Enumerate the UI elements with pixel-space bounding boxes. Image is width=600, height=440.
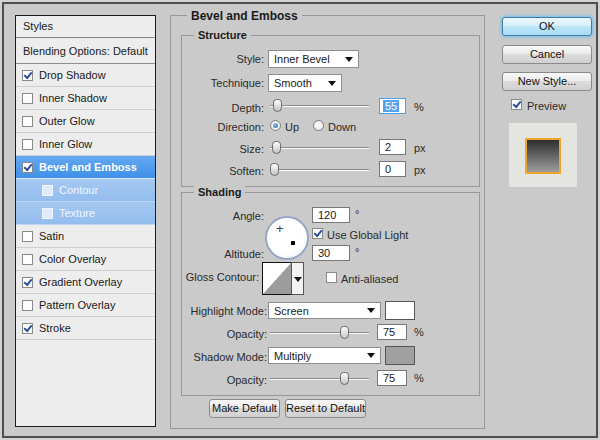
sidebar-item-stroke[interactable]: Stroke bbox=[16, 317, 155, 340]
texture-checkbox[interactable] bbox=[42, 208, 53, 219]
preview-label[interactable]: Preview bbox=[527, 100, 566, 112]
color-overlay-checkbox[interactable] bbox=[22, 254, 33, 265]
sidebar-item-label: Drop Shadow bbox=[39, 69, 106, 81]
sidebar-item-label: Contour bbox=[59, 184, 98, 196]
highlight-opacity-thumb[interactable] bbox=[340, 326, 349, 339]
shadow-opacity-track[interactable] bbox=[270, 378, 369, 379]
angle-dial[interactable]: + bbox=[265, 216, 309, 260]
depth-slider-track[interactable] bbox=[270, 105, 369, 106]
altitude-unit: ° bbox=[355, 246, 359, 258]
depth-slider[interactable] bbox=[270, 99, 369, 112]
screenshot-frame: Styles Blending Options: Default Drop Sh… bbox=[0, 0, 600, 440]
soften-slider-thumb[interactable] bbox=[270, 163, 279, 176]
outer-glow-checkbox[interactable] bbox=[22, 116, 33, 127]
chevron-down-icon bbox=[328, 81, 336, 86]
technique-value: Smooth bbox=[274, 77, 312, 89]
sidebar-item-inner-shadow[interactable]: Inner Shadow bbox=[16, 87, 155, 110]
chevron-down-icon bbox=[367, 308, 375, 313]
sidebar-item-label: Color Overlay bbox=[39, 253, 106, 265]
use-global-light-checkbox[interactable] bbox=[312, 228, 323, 239]
size-slider-thumb[interactable] bbox=[272, 141, 281, 154]
inner-glow-checkbox[interactable] bbox=[22, 139, 33, 150]
shading-legend: Shading bbox=[194, 186, 245, 198]
styles-sidebar: Styles Blending Options: Default Drop Sh… bbox=[15, 15, 156, 427]
gradient-overlay-checkbox[interactable] bbox=[22, 277, 33, 288]
shadow-mode-label: Shadow Mode: bbox=[142, 351, 267, 363]
drop-shadow-checkbox[interactable] bbox=[22, 70, 33, 81]
technique-dropdown[interactable]: Smooth bbox=[268, 74, 342, 92]
altitude-label: Altitude: bbox=[139, 248, 264, 260]
inner-shadow-checkbox[interactable] bbox=[22, 93, 33, 104]
soften-slider[interactable] bbox=[270, 163, 369, 176]
anti-aliased-label[interactable]: Anti-aliased bbox=[341, 273, 398, 285]
sidebar-item-bevel-and-emboss[interactable]: Bevel and Emboss bbox=[16, 156, 155, 179]
direction-up-radio[interactable] bbox=[270, 120, 281, 131]
bevel-and-emboss-checkbox[interactable] bbox=[22, 162, 33, 173]
depth-value: 55 bbox=[383, 100, 399, 112]
size-unit: px bbox=[414, 142, 426, 154]
soften-field[interactable]: 0 bbox=[379, 161, 406, 177]
anti-aliased-checkbox[interactable] bbox=[326, 272, 337, 283]
satin-checkbox[interactable] bbox=[22, 231, 33, 242]
size-slider[interactable] bbox=[270, 141, 369, 154]
highlight-mode-dropdown[interactable]: Screen bbox=[268, 302, 381, 319]
shadow-opacity-field[interactable]: 75 bbox=[377, 370, 407, 386]
gloss-contour-picker[interactable] bbox=[262, 262, 292, 295]
use-global-light-label[interactable]: Use Global Light bbox=[327, 229, 408, 241]
sidebar-item-satin[interactable]: Satin bbox=[16, 225, 155, 248]
soften-slider-track[interactable] bbox=[270, 169, 369, 170]
highlight-opacity-field[interactable]: 75 bbox=[377, 324, 407, 340]
gloss-contour-dropdown-arrow[interactable] bbox=[291, 262, 304, 295]
depth-slider-thumb[interactable] bbox=[273, 99, 282, 112]
preview-checkbox[interactable] bbox=[511, 99, 522, 110]
gloss-contour-label: Gloss Contour: bbox=[134, 271, 259, 283]
pattern-overlay-checkbox[interactable] bbox=[22, 300, 33, 311]
sidebar-item-inner-glow[interactable]: Inner Glow bbox=[16, 133, 155, 156]
direction-down-label[interactable]: Down bbox=[328, 121, 356, 133]
sidebar-item-outer-glow[interactable]: Outer Glow bbox=[16, 110, 155, 133]
depth-label: Depth: bbox=[139, 102, 264, 114]
linear-contour-thumbnail bbox=[263, 263, 291, 294]
make-default-button[interactable]: Make Default bbox=[209, 399, 280, 418]
depth-field[interactable]: 55 bbox=[379, 98, 406, 114]
highlight-opacity-track[interactable] bbox=[270, 332, 369, 333]
sidebar-item-label: Gradient Overlay bbox=[39, 276, 122, 288]
size-value: 2 bbox=[385, 141, 391, 153]
new-style-button[interactable]: New Style... bbox=[502, 72, 592, 91]
sidebar-item-drop-shadow[interactable]: Drop Shadow bbox=[16, 64, 155, 87]
altitude-field[interactable]: 30 bbox=[312, 245, 350, 261]
direction-up-label[interactable]: Up bbox=[285, 121, 299, 133]
cancel-button[interactable]: Cancel bbox=[502, 45, 592, 64]
sidebar-item-label: Satin bbox=[39, 230, 64, 242]
size-field[interactable]: 2 bbox=[379, 139, 406, 155]
style-dropdown[interactable]: Inner Bevel bbox=[268, 50, 359, 68]
structure-legend: Structure bbox=[194, 29, 251, 41]
sidebar-item-label: Inner Glow bbox=[39, 138, 92, 150]
ok-button[interactable]: OK bbox=[502, 17, 592, 36]
sidebar-header-styles: Styles bbox=[16, 16, 155, 38]
soften-label: Soften: bbox=[139, 165, 264, 177]
angle-field[interactable]: 120 bbox=[312, 207, 350, 223]
angle-dial-light-marker[interactable]: + bbox=[276, 221, 284, 236]
shadow-opacity-slider[interactable] bbox=[270, 372, 369, 385]
direction-down-radio[interactable] bbox=[313, 120, 324, 131]
sidebar-item-pattern-overlay[interactable]: Pattern Overlay bbox=[16, 294, 155, 317]
angle-value: 120 bbox=[318, 209, 336, 221]
sidebar-item-color-overlay[interactable]: Color Overlay bbox=[16, 248, 155, 271]
angle-dial-center-dot bbox=[291, 241, 295, 245]
shadow-opacity-label: Opacity: bbox=[142, 374, 267, 386]
highlight-opacity-slider[interactable] bbox=[270, 326, 369, 339]
highlight-opacity-unit: % bbox=[414, 326, 424, 338]
sidebar-item-texture[interactable]: Texture bbox=[16, 202, 155, 225]
sidebar-item-contour[interactable]: Contour bbox=[16, 179, 155, 202]
shadow-color-swatch[interactable] bbox=[385, 346, 415, 365]
shadow-mode-dropdown[interactable]: Multiply bbox=[268, 347, 381, 364]
shadow-opacity-value: 75 bbox=[383, 372, 395, 384]
contour-checkbox[interactable] bbox=[42, 185, 53, 196]
stroke-checkbox[interactable] bbox=[22, 323, 33, 334]
highlight-color-swatch[interactable] bbox=[385, 301, 415, 320]
reset-to-default-button[interactable]: Reset to Default bbox=[285, 399, 366, 418]
shadow-opacity-thumb[interactable] bbox=[340, 372, 349, 385]
sidebar-item-blending-options[interactable]: Blending Options: Default bbox=[16, 38, 155, 64]
size-slider-track[interactable] bbox=[270, 147, 369, 148]
